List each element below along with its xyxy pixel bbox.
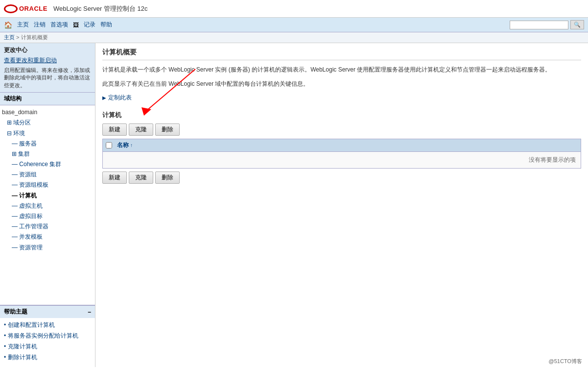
help-link-assign[interactable]: 将服务器实例分配给计算机 bbox=[4, 332, 91, 340]
nav-record[interactable]: 记录 bbox=[84, 21, 95, 29]
nav-help[interactable]: 帮助 bbox=[100, 21, 112, 29]
tree-item-server[interactable]: — 服务器 bbox=[1, 139, 94, 149]
image-icon: 🖼 bbox=[73, 22, 79, 28]
breadcrumb-current: 计算机概要 bbox=[21, 34, 48, 40]
help-section: 帮助主题 − 创建和配置计算机 将服务器实例分配给计算机 克隆计算机 删除计算机 bbox=[0, 305, 95, 367]
tree-item-resource-group-template[interactable]: — 资源组模板 bbox=[1, 180, 94, 190]
search-button[interactable]: 🔍 bbox=[570, 20, 584, 29]
change-center-description: 启用配置编辑。将来在修改，添加或删除此域中的项目时，将自动激活这些更改。 bbox=[4, 67, 91, 89]
tree-item-coherence-cluster[interactable]: — Coherence 集群 bbox=[1, 159, 94, 170]
nav-preferences[interactable]: 首选项 bbox=[50, 21, 68, 29]
delete-button-bottom[interactable]: 删除 bbox=[155, 172, 180, 184]
change-center: 更改中心 查看更改和重新启动 启用配置编辑。将来在修改，添加或删除此域中的项目时… bbox=[0, 43, 95, 93]
tree-item-virtual-host[interactable]: — 虚拟主机 bbox=[1, 201, 94, 211]
tree-item-domain-partition[interactable]: ⊞ 域分区 bbox=[1, 118, 94, 128]
new-button-top[interactable]: 新建 bbox=[102, 123, 127, 136]
help-link-clone[interactable]: 克隆计算机 bbox=[4, 343, 91, 351]
sort-ascending-icon[interactable]: ↑ bbox=[130, 143, 133, 148]
page-title: 计算机概要 bbox=[102, 48, 581, 60]
tree-item-concurrent-template[interactable]: — 并发模板 bbox=[1, 232, 94, 242]
page-description-2: 此页显示了有关已在当前 WebLogic Server 域中配置的每台计算机的关… bbox=[102, 79, 581, 89]
top-action-bar: 新建 克隆 删除 bbox=[102, 123, 581, 136]
main-layout: 更改中心 查看更改和重新启动 启用配置编辑。将来在修改，添加或删除此域中的项目时… bbox=[0, 43, 588, 367]
change-center-title: 更改中心 bbox=[4, 46, 91, 54]
svg-line-0 bbox=[146, 69, 195, 111]
help-link-create[interactable]: 创建和配置计算机 bbox=[4, 321, 91, 329]
footer-note: @51CTO博客 bbox=[549, 358, 582, 365]
help-title: 帮助主题 bbox=[4, 308, 27, 316]
header: ORACLE WebLogic Server 管理控制台 12c bbox=[0, 0, 588, 18]
bottom-action-bar: 新建 克隆 删除 bbox=[102, 172, 581, 184]
tree-item-work-manager[interactable]: — 工作管理器 bbox=[1, 221, 94, 232]
help-content: 创建和配置计算机 将服务器实例分配给计算机 克隆计算机 删除计算机 bbox=[0, 318, 95, 367]
breadcrumb: 主页 > 计算机概要 bbox=[0, 32, 588, 43]
oracle-logo: ORACLE bbox=[4, 4, 47, 13]
change-center-link[interactable]: 查看更改和重新启动 bbox=[4, 56, 91, 65]
name-column-label: 名称 bbox=[117, 141, 129, 149]
breadcrumb-home[interactable]: 主页 bbox=[4, 34, 15, 40]
new-button-bottom[interactable]: 新建 bbox=[102, 172, 127, 184]
empty-table-message: 没有将要显示的项 bbox=[103, 152, 581, 168]
clone-button-bottom[interactable]: 克隆 bbox=[129, 172, 153, 184]
tree-item-virtual-target[interactable]: — 虚拟目标 bbox=[1, 211, 94, 221]
tree-item-base-domain[interactable]: base_domain bbox=[1, 107, 94, 118]
domain-structure-title: 域结构 bbox=[0, 93, 95, 105]
help-collapse-icon[interactable]: − bbox=[88, 309, 91, 316]
customize-table-link[interactable]: 定制此表 bbox=[102, 94, 132, 102]
main-content: 计算机概要 计算机是承载一个或多个 WebLogic Server 实例 (服务… bbox=[95, 43, 588, 367]
help-link-delete[interactable]: 删除计算机 bbox=[4, 353, 91, 362]
table-header-row: 名称 ↑ bbox=[103, 139, 581, 152]
page-description-1: 计算机是承载一个或多个 WebLogic Server 实例 (服务器) 的计算… bbox=[102, 65, 581, 74]
delete-button-top[interactable]: 删除 bbox=[155, 123, 180, 136]
breadcrumb-separator: > bbox=[16, 34, 21, 40]
select-all-checkbox[interactable] bbox=[106, 142, 112, 148]
domain-structure: 域结构 base_domain ⊞ 域分区 ⊟ 环境 — 服务器 ⊞ 集群 — … bbox=[0, 93, 95, 305]
help-section-header: 帮助主题 − bbox=[0, 306, 95, 318]
tree-item-environment[interactable]: ⊟ 环境 bbox=[1, 128, 94, 139]
name-column-header[interactable]: 名称 ↑ bbox=[117, 141, 133, 149]
section-title: 计算机 bbox=[102, 111, 581, 120]
domain-tree: base_domain ⊞ 域分区 ⊟ 环境 — 服务器 ⊞ 集群 — Cohe… bbox=[0, 105, 95, 255]
tree-item-cluster[interactable]: ⊞ 集群 bbox=[1, 149, 94, 159]
tree-item-resource-group[interactable]: — 资源组 bbox=[1, 170, 94, 180]
sidebar: 更改中心 查看更改和重新启动 启用配置编辑。将来在修改，添加或删除此域中的项目时… bbox=[0, 43, 95, 367]
tree-item-machine[interactable]: — 计算机 bbox=[1, 191, 94, 201]
machines-table: 名称 ↑ 没有将要显示的项 bbox=[102, 139, 581, 169]
nav-home[interactable]: 主页 bbox=[17, 21, 29, 29]
nav-logout[interactable]: 注销 bbox=[34, 21, 46, 29]
navigation-bar: 🏠 主页 注销 首选项 🖼 记录 帮助 🔍 bbox=[0, 18, 588, 32]
clone-button-top[interactable]: 克隆 bbox=[129, 123, 153, 136]
oracle-wordmark: ORACLE bbox=[19, 5, 47, 12]
home-icon: 🏠 bbox=[4, 21, 12, 29]
app-title: WebLogic Server 管理控制台 12c bbox=[53, 4, 148, 13]
tree-item-resource-management[interactable]: — 资源管理 bbox=[1, 243, 94, 253]
search-input[interactable] bbox=[510, 21, 568, 29]
oracle-ellipse-icon bbox=[4, 4, 18, 13]
